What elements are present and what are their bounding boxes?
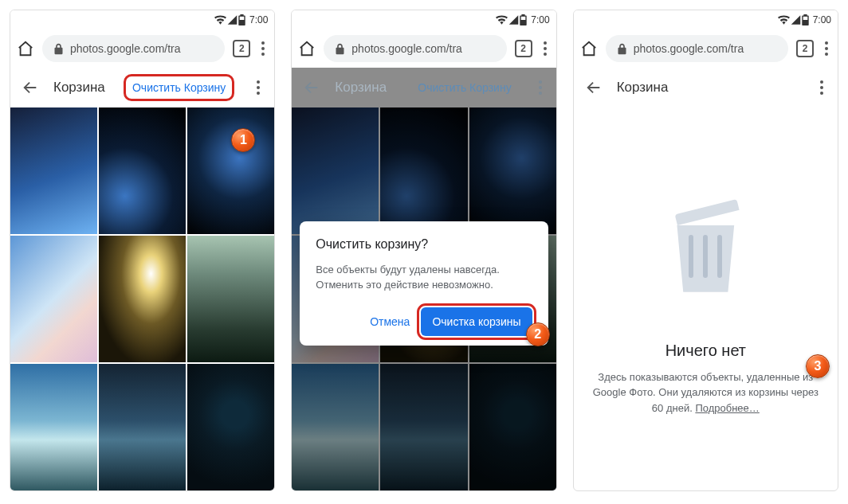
url-text: photos.google.com/tra: [70, 42, 181, 55]
browser-more-icon[interactable]: [822, 41, 831, 56]
empty-description: Здесь показываются объекты, удаленные из…: [593, 369, 819, 416]
page-header: Корзина Очистить Корзину: [292, 68, 556, 107]
battery-icon: [238, 14, 245, 25]
url-text: photos.google.com/tra: [634, 42, 744, 55]
signal-icon: [508, 15, 519, 25]
trash-thumb: [469, 107, 556, 234]
url-input[interactable]: photos.google.com/tra: [42, 35, 225, 62]
page-title: Корзина: [335, 80, 387, 96]
page-header: Корзина Очистить Корзину: [10, 68, 274, 107]
tab-switcher[interactable]: 2: [796, 40, 814, 57]
lock-icon: [53, 43, 64, 55]
trash-thumb[interactable]: [187, 107, 274, 234]
battery-icon: [802, 14, 809, 25]
trash-thumb[interactable]: [99, 236, 186, 362]
signal-icon: [791, 15, 801, 25]
trash-thumb[interactable]: [10, 107, 97, 234]
dialog-title: Очистить корзину?: [316, 237, 532, 252]
browser-url-bar: photos.google.com/tra 2: [10, 29, 274, 68]
empty-title: Ничего нет: [665, 342, 746, 360]
dialog-actions: Отмена Очистка корзины: [316, 307, 532, 336]
empty-trash-button[interactable]: Очистить Корзину: [124, 74, 234, 101]
url-input[interactable]: photos.google.com/tra: [606, 35, 788, 62]
trash-thumb[interactable]: [10, 236, 97, 362]
trash-thumb: [292, 364, 379, 490]
page-more-icon: [536, 80, 545, 95]
phone-panel-3: 7:00 photos.google.com/tra 2 Корзина Нич…: [573, 10, 838, 491]
empty-trash-button: Очистить Корзину: [413, 78, 516, 97]
empty-trash-dialog: Очистить корзину? Все объекты будут удал…: [300, 221, 548, 346]
url-input[interactable]: photos.google.com/tra: [324, 35, 506, 62]
browser-url-bar: photos.google.com/tra 2: [292, 29, 556, 68]
dialog-confirm-button[interactable]: Очистка корзины: [421, 307, 532, 336]
trash-illustration-icon: [669, 214, 741, 294]
trash-thumb[interactable]: [10, 364, 97, 490]
home-icon[interactable]: [580, 40, 598, 57]
trash-thumb[interactable]: [99, 364, 186, 490]
back-arrow-icon[interactable]: [22, 79, 39, 96]
page-header: Корзина: [574, 68, 838, 107]
trash-thumb[interactable]: [99, 107, 186, 234]
page-more-icon[interactable]: [817, 80, 826, 95]
home-icon[interactable]: [298, 40, 316, 57]
trash-grid: [10, 107, 274, 490]
status-bar: 7:00: [292, 10, 556, 29]
dialog-cancel-button[interactable]: Отмена: [362, 309, 418, 334]
home-icon[interactable]: [17, 40, 34, 57]
svg-rect-1: [521, 17, 526, 20]
svg-rect-2: [803, 17, 807, 20]
trash-thumb[interactable]: [187, 236, 274, 362]
trash-thumb: [292, 107, 379, 234]
status-time: 7:00: [531, 14, 549, 25]
step-badge-3: 3: [806, 354, 830, 378]
url-text: photos.google.com/tra: [351, 42, 462, 55]
status-bar: 7:00: [10, 10, 274, 29]
browser-url-bar: photos.google.com/tra 2: [574, 29, 838, 68]
learn-more-link[interactable]: Подробнее…: [695, 402, 759, 414]
page-title: Корзина: [53, 80, 105, 96]
svg-rect-0: [240, 17, 245, 20]
wifi-icon: [214, 15, 226, 25]
battery-icon: [520, 14, 527, 25]
status-bar: 7:00: [574, 10, 838, 29]
empty-trash-state: Ничего нет Здесь показываются объекты, у…: [574, 107, 838, 490]
trash-thumb: [469, 364, 556, 490]
signal-icon: [227, 15, 238, 25]
page-title: Корзина: [617, 80, 669, 96]
trash-thumb: [380, 364, 467, 490]
back-arrow-icon: [303, 79, 320, 96]
page-more-icon[interactable]: [253, 80, 263, 95]
wifi-icon: [496, 15, 508, 25]
wifi-icon: [778, 15, 790, 25]
phone-panel-1: 7:00 photos.google.com/tra 2 Корзина Очи…: [10, 10, 275, 491]
lock-icon: [617, 43, 627, 55]
tab-switcher[interactable]: 2: [515, 40, 532, 57]
back-arrow-icon[interactable]: [585, 79, 603, 96]
lock-icon: [335, 43, 345, 55]
dialog-body: Все объекты будут удалены навсегда. Отме…: [316, 263, 532, 293]
trash-thumb: [380, 107, 467, 234]
status-time: 7:00: [813, 14, 831, 25]
browser-more-icon[interactable]: [540, 41, 550, 56]
step-badge-2: 2: [526, 322, 550, 346]
phone-panel-2: 7:00 photos.google.com/tra 2 Корзина Очи…: [291, 10, 556, 491]
browser-more-icon[interactable]: [258, 41, 268, 56]
trash-thumb[interactable]: [187, 364, 274, 490]
tab-switcher[interactable]: 2: [233, 40, 250, 57]
status-time: 7:00: [249, 14, 268, 25]
